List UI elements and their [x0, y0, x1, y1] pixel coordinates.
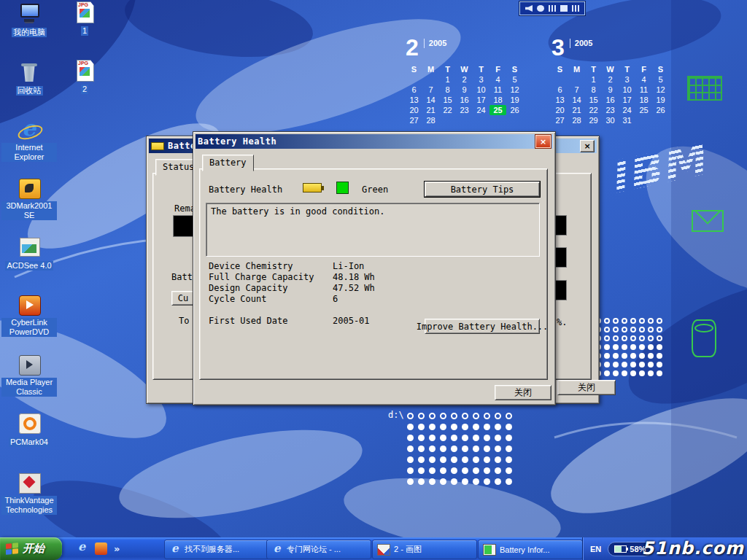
battery-icon	[483, 544, 496, 556]
calendar-date: 13	[406, 95, 422, 105]
start-button[interactable]: 开始	[0, 537, 62, 560]
calendar-day-header: T	[585, 64, 602, 74]
dot	[429, 435, 436, 441]
calendar-date: 4	[635, 74, 652, 85]
calendar-date: 23	[456, 105, 473, 115]
desktop-icon-acdsee[interactable]: ACDSee 4.0	[1, 236, 57, 271]
calendar-date	[422, 74, 439, 85]
calendar-date: 28	[568, 115, 585, 125]
dot	[622, 327, 627, 332]
bgwin-close-action-button[interactable]: 关闭	[557, 380, 616, 395]
calendar-date: 27	[406, 115, 422, 125]
dot	[648, 362, 654, 368]
dot	[451, 456, 457, 463]
calendar-date: 9	[602, 85, 619, 95]
battery-health-dialog: Battery Health × Battery Battery Health …	[193, 131, 556, 405]
desktop-icon-3dmark2001[interactable]: 3DMark2001 SE	[1, 178, 57, 221]
dot	[418, 456, 425, 463]
desktop-icon-internet-explorer[interactable]: Internet Explorer	[1, 120, 57, 163]
dot	[604, 362, 610, 368]
calendar-date: 5	[652, 74, 669, 85]
dot	[604, 353, 610, 359]
calendar-date: 8	[585, 85, 602, 95]
dot	[407, 467, 414, 474]
dialog-titlebar[interactable]: Battery Health ×	[196, 134, 553, 149]
calendar-date: 16	[602, 95, 619, 105]
dialog-close-action-button[interactable]: 关闭	[495, 385, 551, 400]
calendar-day-header: T	[439, 64, 456, 74]
calendar-date: 16	[456, 95, 473, 105]
desktop-icon-recycle-bin[interactable]: 回收站	[1, 61, 57, 96]
dot	[657, 335, 662, 341]
bgwin-cu-button[interactable]: Cu	[171, 291, 195, 306]
taskbar-task-2[interactable]: 专门网论坛 - ...	[266, 540, 371, 559]
info-label: First Used Date	[209, 316, 333, 327]
desktop-icon-label: 3DMark2001 SE	[1, 201, 57, 220]
calendar-date: 25	[489, 105, 506, 115]
quicklaunch-ie-icon[interactable]	[76, 542, 88, 555]
desktop-icon-label: Media Player Classic	[1, 378, 57, 397]
quicklaunch-media-icon[interactable]	[95, 542, 107, 555]
desktop-icon-powerdvd[interactable]: CyberLink PowerDVD	[1, 295, 57, 338]
dot	[407, 413, 414, 419]
calendar-day-header: W	[602, 64, 619, 74]
dot	[639, 318, 645, 324]
dot	[429, 424, 436, 430]
jpg-file-icon: JPG	[72, 60, 97, 82]
taskbar: 开始 » 找不到服务器...专门网论坛 - ...2 - 画图Battery I…	[0, 537, 747, 560]
dot	[462, 413, 468, 419]
keyboard-icon	[572, 5, 579, 12]
dot	[604, 318, 610, 324]
desktop-icon-my-computer[interactable]: 我的电脑	[1, 3, 57, 38]
dot	[613, 335, 619, 341]
desktop-icon-thinkvantage[interactable]: ThinkVantage Technologies	[1, 472, 57, 516]
dot	[484, 424, 490, 430]
dot	[451, 424, 457, 430]
dot	[462, 424, 468, 430]
calendar-date: 28	[422, 115, 439, 125]
desktop-file-2[interactable]: JPG2	[70, 60, 99, 95]
desktop-icon-pcmark04[interactable]: PCMark04	[1, 413, 57, 448]
calendar-year: 2005	[570, 39, 592, 48]
bgwin-close-button[interactable]: ×	[580, 140, 595, 152]
calendar-date: 9	[456, 85, 473, 95]
calendar-date: 23	[602, 105, 619, 115]
dot	[495, 435, 501, 441]
calendar-date: 14	[422, 95, 439, 105]
quicklaunch-overflow-chevron[interactable]: »	[114, 543, 120, 554]
calendar-day-header: S	[506, 64, 523, 74]
jpg-type-tag: JPG	[78, 61, 88, 66]
dot	[604, 327, 610, 332]
improve-battery-health-button[interactable]: Improve Battery Health...	[425, 319, 540, 334]
taskbar-task-1[interactable]: 找不到服务器...	[164, 540, 269, 559]
calendar-day-header: S	[406, 64, 422, 74]
dot	[506, 456, 512, 463]
dot	[484, 478, 490, 485]
dot	[418, 446, 425, 452]
dot	[407, 478, 414, 485]
battery-tips-button[interactable]: Battery Tips	[425, 182, 540, 197]
taskbar-task-3[interactable]: 2 - 画图	[372, 540, 477, 559]
3dmark2001-icon	[17, 178, 42, 200]
dot	[462, 435, 468, 441]
dot	[440, 446, 446, 452]
bgwin-title: Batte	[168, 141, 196, 151]
dot	[657, 344, 662, 350]
info-row: Full Charge Capacity48.18 Wh	[209, 272, 442, 283]
tab-battery[interactable]: Battery	[202, 155, 254, 171]
calendar-date: 24	[619, 105, 635, 115]
calendar-date: 3	[619, 74, 635, 85]
dot	[429, 478, 436, 485]
desktop-icon-media-player-classic[interactable]: Media Player Classic	[1, 354, 57, 397]
jpg-type-tag: JPG	[78, 2, 88, 7]
calendar-date: 8	[439, 85, 456, 95]
dot	[613, 318, 619, 324]
dot	[639, 353, 645, 359]
taskbar-task-4[interactable]: Battery Infor...	[478, 540, 583, 559]
desktop-file-1[interactable]: JPG1	[70, 1, 99, 36]
language-indicator[interactable]: EN	[590, 545, 601, 553]
dot	[657, 353, 662, 359]
acdsee-icon	[17, 236, 42, 258]
dot	[639, 344, 645, 350]
dialog-close-button[interactable]: ×	[535, 135, 551, 148]
